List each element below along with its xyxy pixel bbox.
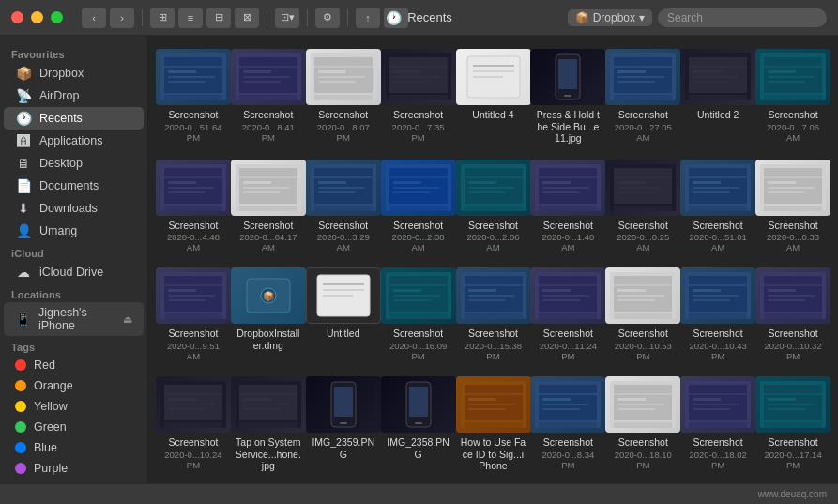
- svg-rect-108: [693, 181, 721, 184]
- file-item[interactable]: Untitled 2: [682, 45, 754, 148]
- tag-label: Red: [34, 359, 55, 372]
- view-gallery-button[interactable]: ⊠: [235, 8, 259, 28]
- svg-rect-75: [318, 191, 356, 193]
- file-name: Screenshot: [768, 328, 817, 340]
- svg-rect-228: [768, 408, 805, 410]
- svg-rect-90: [465, 206, 523, 211]
- file-item[interactable]: Screenshot 2020-0...04.17 AM: [233, 156, 304, 257]
- file-item[interactable]: Screenshot 2020-0...8.07 PM: [308, 45, 379, 148]
- back-button[interactable]: ‹: [82, 8, 106, 28]
- file-name: Screenshot: [768, 220, 817, 232]
- file-item[interactable]: Screenshot 2020-0...2.06 AM: [458, 156, 529, 257]
- file-item[interactable]: Screenshot 2020-0...0.25 AM: [607, 156, 678, 257]
- file-item[interactable]: IMG_2358.PNG: [383, 373, 454, 476]
- file-item[interactable]: Screenshot 2020-0...27.05 AM: [607, 45, 678, 148]
- file-item[interactable]: Screenshot 2020-0...10.32 PM: [757, 264, 829, 365]
- svg-rect-74: [318, 187, 365, 189]
- file-item[interactable]: Screenshot 2020-0...8.34 PM: [532, 373, 603, 476]
- sidebar-item-umang[interactable]: 👤 Umang: [4, 220, 144, 242]
- sidebar-item-icloud-drive[interactable]: ☁ iCloud Drive: [4, 261, 144, 283]
- file-item[interactable]: Screenshot 2020-0...4.48 AM: [158, 156, 229, 257]
- file-item[interactable]: Screenshot 2020-0...7.35 PM: [383, 45, 454, 148]
- svg-rect-120: [164, 276, 222, 312]
- dropbox-button[interactable]: 📦 Dropbox ▾: [568, 9, 652, 26]
- svg-rect-136: [393, 289, 421, 292]
- svg-rect-185: [243, 398, 271, 401]
- tag-color-dot: [15, 380, 26, 391]
- file-item[interactable]: Press & Hold the Side Bu...e 11.jpg: [532, 45, 603, 148]
- file-item[interactable]: Screenshot 2020-0...1.40 AM: [532, 156, 603, 257]
- recents-sidebar-icon: 🕐: [15, 111, 32, 126]
- sidebar-item-downloads[interactable]: ⬇ Downloads: [4, 197, 144, 220]
- file-name: IMG_2358.PNG: [385, 436, 452, 460]
- sidebar-item-tag-purple[interactable]: Purple: [4, 458, 144, 479]
- file-item[interactable]: Screenshot 2020-0...17.14 PM: [757, 373, 829, 476]
- file-item[interactable]: Screenshot 2020-0...10.24 PM: [158, 373, 229, 476]
- file-item[interactable]: Screenshot 2020-0...10.53 PM: [607, 264, 678, 365]
- svg-rect-36: [614, 57, 672, 93]
- sidebar-item-icloud-label: iCloud Drive: [39, 266, 103, 279]
- file-name: Screenshot: [618, 220, 668, 232]
- file-item[interactable]: Screenshot 2020-0...18.02 PM: [682, 373, 754, 476]
- view-icon-button[interactable]: ⊞: [150, 8, 175, 28]
- file-item[interactable]: Screenshot 2020-0...10.43 PM: [682, 264, 754, 365]
- file-item[interactable]: Screenshot 2020-0...7.06 AM: [757, 45, 829, 148]
- file-name: Screenshot: [168, 109, 218, 121]
- sidebar-item-dropbox[interactable]: 📦 Dropbox: [4, 62, 144, 84]
- file-thumbnail: [680, 376, 755, 433]
- sidebar-item-applications[interactable]: 🅰 Applications: [4, 130, 144, 152]
- file-item[interactable]: Tap on System Service...hone.jpg: [233, 373, 304, 476]
- svg-rect-83: [389, 206, 448, 211]
- file-item[interactable]: Screenshot 2020-0...18.10 PM: [607, 373, 678, 476]
- svg-rect-138: [393, 299, 431, 301]
- view-size-button[interactable]: ⊡▾: [275, 8, 299, 28]
- sidebar-item-tag-yellow[interactable]: Yellow: [4, 396, 144, 417]
- file-item[interactable]: Screenshot 2020-0...15.38 PM: [458, 264, 529, 365]
- file-item[interactable]: IMG_2359.PNG: [308, 373, 379, 476]
- sidebar-item-tag-red[interactable]: Red: [4, 355, 144, 375]
- file-thumbnail: [680, 160, 755, 216]
- action-button[interactable]: ⚙: [315, 8, 340, 28]
- sidebar-item-documents[interactable]: 📄 Documents: [4, 175, 144, 197]
- forward-button[interactable]: ›: [110, 8, 134, 28]
- file-item[interactable]: Screenshot 2020-0...2.38 AM: [383, 156, 454, 257]
- file-item[interactable]: How to Use Face ID to Sig...iPhone: [458, 373, 529, 476]
- file-item[interactable]: Untitled: [308, 264, 379, 365]
- sidebar-item-recents[interactable]: 🕐 Recents: [4, 107, 144, 130]
- file-item[interactable]: Screenshot 2020-0...16.09 PM: [383, 264, 454, 365]
- svg-rect-153: [539, 313, 597, 319]
- file-item[interactable]: Screenshot 2020-0...11.24 PM: [532, 264, 603, 365]
- sidebar-item-airdrop[interactable]: 📡 AirDrop: [4, 84, 144, 107]
- file-item[interactable]: 📦 DropboxInstaller.dmg: [233, 264, 304, 365]
- file-item[interactable]: Screenshot 2020-0...51.01 AM: [682, 156, 754, 257]
- share-button[interactable]: ↑: [356, 8, 380, 28]
- file-date: 2020-0...8.34 PM: [534, 450, 602, 470]
- file-name: Screenshot: [393, 220, 443, 232]
- file-item[interactable]: Screenshot 2020-0...0.33 AM: [757, 156, 829, 257]
- maximize-button[interactable]: [51, 11, 63, 23]
- file-item[interactable]: Screenshot 2020-0...3.29 AM: [308, 156, 379, 257]
- close-button[interactable]: [11, 11, 23, 23]
- file-item[interactable]: Untitled 4: [458, 45, 529, 148]
- view-list-button[interactable]: ≡: [178, 8, 203, 28]
- file-item[interactable]: Screenshot 2020-0...9.51 AM: [158, 264, 229, 365]
- file-thumbnail: [381, 49, 456, 105]
- svg-rect-57: [164, 168, 222, 204]
- sidebar-item-iphone[interactable]: 📱 Jignesh's iPhone ⏏: [4, 302, 144, 336]
- sidebar-item-tag-orange[interactable]: Orange: [4, 375, 144, 396]
- view-column-button[interactable]: ⊟: [206, 8, 231, 28]
- sidebar-item-tag-green[interactable]: Green: [4, 417, 144, 437]
- minimize-button[interactable]: [31, 11, 43, 23]
- file-thumbnail: [381, 267, 456, 324]
- svg-rect-222: [689, 422, 747, 428]
- file-item[interactable]: Screenshot 2020-0...51.64 PM: [158, 45, 229, 148]
- file-name: Screenshot: [243, 109, 293, 121]
- sidebar-item-desktop[interactable]: 🖥 Desktop: [4, 152, 144, 175]
- eject-icon[interactable]: ⏏: [123, 313, 132, 326]
- search-input[interactable]: [658, 8, 827, 27]
- svg-rect-118: [764, 206, 822, 211]
- file-item[interactable]: Screenshot 2020-0...8.41 PM: [233, 45, 304, 148]
- sidebar-item-tag-blue[interactable]: Blue: [4, 437, 144, 458]
- sidebar-item-iphone-label: Jignesh's iPhone: [38, 306, 115, 332]
- svg-rect-193: [409, 387, 428, 417]
